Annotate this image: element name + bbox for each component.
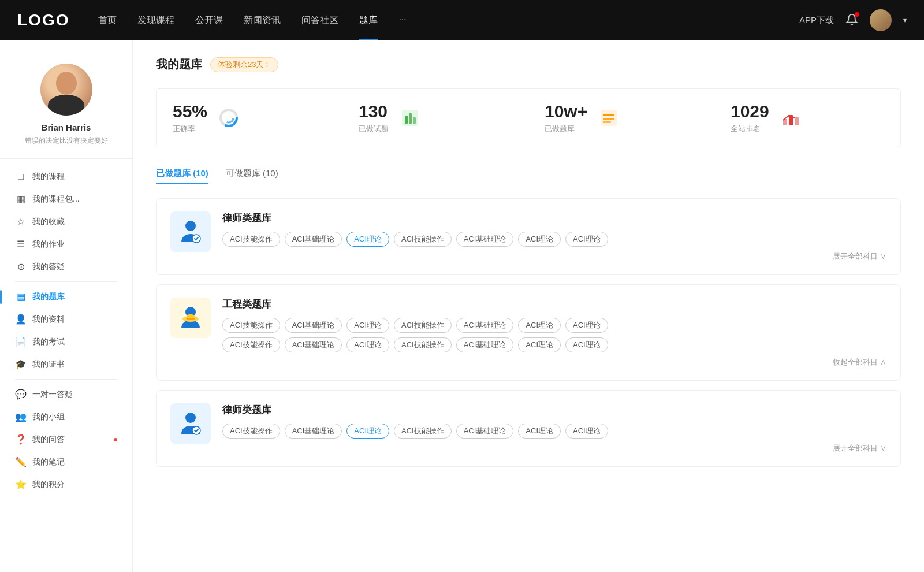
- avatar-chevron-icon[interactable]: ▾: [903, 16, 907, 24]
- question-bank-icon: ▤: [15, 291, 27, 302]
- expand-link-3[interactable]: 展开全部科目 ∨: [222, 443, 886, 454]
- sidebar-item-notes[interactable]: ✏️ 我的笔记: [6, 451, 126, 473]
- sidebar-item-homework[interactable]: ☰ 我的作业: [6, 233, 126, 255]
- svg-rect-10: [603, 121, 611, 123]
- qbank-body-3: 律师类题库 ACI技能操作 ACI基础理论 ACI理论 ACI技能操作 ACI基…: [222, 403, 886, 454]
- sidebar-item-question-bank[interactable]: ▤ 我的题库: [6, 285, 126, 308]
- tag[interactable]: ACI理论: [565, 232, 608, 247]
- tag[interactable]: ACI技能操作: [394, 318, 452, 333]
- expand-link-1[interactable]: 展开全部科目 ∨: [222, 251, 886, 262]
- tag[interactable]: ACI基础理论: [456, 232, 514, 247]
- stats-row: 55% 正确率 130 已做试题: [156, 88, 901, 147]
- tag[interactable]: ACI技能操作: [394, 337, 452, 352]
- tag[interactable]: ACI基础理论: [285, 337, 342, 352]
- tab-done[interactable]: 已做题库 (10): [156, 164, 208, 184]
- bank-chart-icon: [597, 106, 621, 130]
- tag[interactable]: ACI技能操作: [222, 337, 280, 352]
- sidebar-item-label: 我的答疑: [32, 262, 65, 272]
- nav-question-bank[interactable]: 题库: [359, 14, 378, 27]
- nav-discover[interactable]: 发现课程: [137, 14, 174, 27]
- nav-open-course[interactable]: 公开课: [195, 14, 223, 27]
- nav-more[interactable]: ···: [398, 14, 406, 27]
- tag[interactable]: ACI基础理论: [285, 424, 342, 439]
- tag-active[interactable]: ACI理论: [346, 232, 389, 247]
- stat-bank-done: 10w+ 已做题库: [528, 89, 714, 147]
- sidebar-item-label: 我的资料: [32, 314, 65, 325]
- nav-qa[interactable]: 问答社区: [301, 14, 338, 27]
- logo[interactable]: LOGO: [17, 11, 69, 29]
- avatar[interactable]: [870, 9, 892, 31]
- questions-icon: ❓: [15, 434, 27, 445]
- qbank-icon-wrap-3: [170, 403, 211, 444]
- tag[interactable]: ACI技能操作: [222, 424, 280, 439]
- qbank-tags-2-row2: ACI技能操作 ACI基础理论 ACI理论 ACI技能操作 ACI基础理论 AC…: [222, 337, 886, 352]
- sidebar-item-certificate[interactable]: 🎓 我的证书: [6, 353, 126, 376]
- tag[interactable]: ACI理论: [518, 424, 561, 439]
- sidebar-nav: □ 我的课程 ▦ 我的课程包... ☆ 我的收藏 ☰ 我的作业 ⊙ 我的答疑 ▤: [0, 166, 132, 496]
- svg-rect-8: [603, 114, 614, 116]
- sidebar-item-label: 我的题库: [32, 292, 65, 302]
- sidebar-item-questions[interactable]: ❓ 我的问答: [6, 428, 126, 451]
- svg-point-2: [224, 113, 233, 122]
- svg-rect-6: [413, 117, 416, 124]
- expand-link-2[interactable]: 收起全部科目 ∧: [222, 357, 886, 367]
- tag[interactable]: ACI理论: [518, 232, 561, 247]
- sidebar-divider-3: [15, 379, 117, 380]
- tab-available[interactable]: 可做题库 (10): [226, 164, 278, 184]
- tag[interactable]: ACI理论: [565, 424, 608, 439]
- sidebar-item-profile[interactable]: 👤 我的资料: [6, 308, 126, 330]
- tag[interactable]: ACI基础理论: [456, 424, 514, 439]
- stat-questions-done: 130 已做试题: [342, 89, 528, 147]
- sidebar-avatar-image: [40, 64, 92, 116]
- sidebar-item-points[interactable]: ⭐ 我的积分: [6, 473, 126, 496]
- qbank-title-3: 律师类题库: [222, 403, 886, 417]
- tag[interactable]: ACI技能操作: [222, 318, 280, 333]
- svg-rect-18: [187, 318, 195, 320]
- tag[interactable]: ACI基础理论: [285, 318, 342, 333]
- tag[interactable]: ACI理论: [346, 337, 389, 352]
- sidebar-item-my-course[interactable]: □ 我的课程: [6, 166, 126, 188]
- tag[interactable]: ACI理论: [518, 318, 561, 333]
- tag[interactable]: ACI理论: [518, 337, 561, 352]
- tag-active[interactable]: ACI理论: [346, 424, 389, 439]
- sidebar-item-tutoring[interactable]: 💬 一对一答疑: [6, 383, 126, 406]
- stat-rank-text: 1029 全站排名: [731, 102, 769, 134]
- tag[interactable]: ACI理论: [346, 318, 389, 333]
- tag[interactable]: ACI技能操作: [394, 424, 452, 439]
- sidebar-item-label: 我的作业: [32, 239, 65, 250]
- page-title: 我的题库: [156, 57, 202, 72]
- tag[interactable]: ACI理论: [565, 318, 608, 333]
- tag[interactable]: ACI技能操作: [394, 232, 452, 247]
- tag[interactable]: ACI基础理论: [456, 318, 514, 333]
- sidebar-item-group[interactable]: 👥 我的小组: [6, 406, 126, 428]
- profile-icon: 👤: [15, 314, 27, 325]
- engineer-icon: [177, 304, 204, 332]
- nav-news[interactable]: 新闻资讯: [244, 14, 281, 27]
- rank-chart-icon: [778, 106, 803, 130]
- notification-bell[interactable]: [845, 13, 858, 28]
- stat-questions-value: 130: [359, 102, 389, 121]
- sidebar-item-label: 我的积分: [32, 480, 65, 490]
- svg-point-19: [185, 413, 196, 423]
- tag[interactable]: ACI基础理论: [456, 337, 514, 352]
- svg-rect-5: [409, 113, 412, 124]
- sidebar: Brian Harris 错误的决定比没有决定要好 □ 我的课程 ▦ 我的课程包…: [0, 40, 133, 572]
- tag[interactable]: ACI技能操作: [222, 232, 280, 247]
- sidebar-item-label: 一对一答疑: [32, 389, 73, 400]
- tag[interactable]: ACI理论: [565, 337, 608, 352]
- app-download-button[interactable]: APP下载: [799, 15, 834, 26]
- qbank-icon-wrap-2: [170, 298, 211, 338]
- sidebar-item-course-package[interactable]: ▦ 我的课程包...: [6, 188, 126, 210]
- nav-home[interactable]: 首页: [98, 14, 117, 27]
- course-icon: □: [15, 172, 27, 182]
- homework-icon: ☰: [15, 239, 27, 250]
- sidebar-item-label: 我的笔记: [32, 457, 65, 467]
- sidebar-item-exam[interactable]: 📄 我的考试: [6, 330, 126, 353]
- tag[interactable]: ACI基础理论: [285, 232, 342, 247]
- qbank-body-2: 工程类题库 ACI技能操作 ACI基础理论 ACI理论 ACI技能操作 ACI基…: [222, 298, 886, 367]
- sidebar-item-label: 我的考试: [32, 337, 65, 347]
- sidebar-item-favorites[interactable]: ☆ 我的收藏: [6, 210, 126, 233]
- stat-questions-text: 130 已做试题: [359, 102, 389, 134]
- stat-accuracy-value: 55%: [173, 102, 207, 121]
- sidebar-item-qa[interactable]: ⊙ 我的答疑: [6, 255, 126, 278]
